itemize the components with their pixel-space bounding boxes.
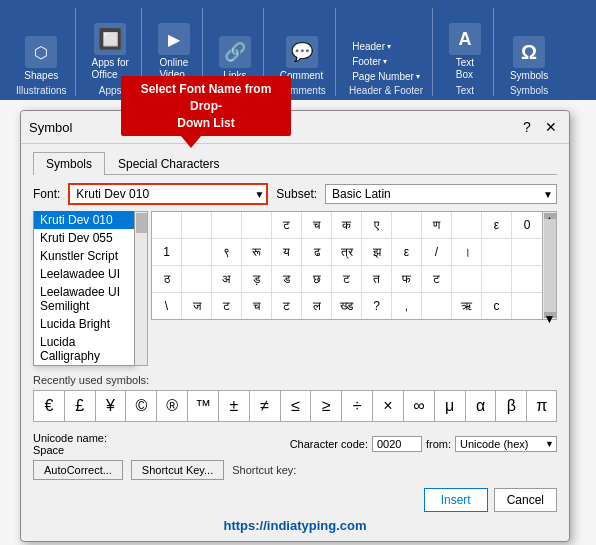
sym-cell[interactable]: ऋ [452, 293, 482, 319]
sym-cell[interactable] [452, 266, 482, 292]
sym-cell[interactable]: ज [182, 293, 212, 319]
sym-cell[interactable]: ण [422, 212, 452, 238]
sym-cell[interactable]: त [362, 266, 392, 292]
sym-cell[interactable] [212, 212, 242, 238]
sym-cell[interactable]: ट [422, 266, 452, 292]
sym-cell[interactable]: / [422, 239, 452, 265]
dropdown-item-5[interactable]: Lucida Bright [34, 315, 134, 333]
from-select[interactable]: Unicode (hex) ASCII (decimal) ASCII (hex… [455, 436, 557, 452]
dropdown-item-4[interactable]: Leelawadee UI Semilight [34, 283, 134, 315]
sym-cell[interactable]: च [302, 212, 332, 238]
dropdown-scrollbar[interactable] [135, 211, 148, 366]
tab-symbols[interactable]: Symbols [33, 152, 105, 175]
recent-cell-alpha[interactable]: α [465, 390, 496, 422]
recent-cell-pi[interactable]: π [526, 390, 557, 422]
recent-cell-euro[interactable]: € [33, 390, 64, 422]
shapes-button[interactable]: ⬡ Shapes [20, 34, 62, 83]
page-number-button[interactable]: Page Number ▾ [348, 70, 424, 83]
sym-cell[interactable]: ढ [302, 239, 332, 265]
recent-cell-mu[interactable]: μ [434, 390, 465, 422]
dropdown-item-6[interactable]: Lucida Calligraphy [34, 333, 134, 365]
sym-cell[interactable]: ड [272, 266, 302, 292]
recent-cell-yen[interactable]: ¥ [95, 390, 126, 422]
recent-cell-divide[interactable]: ÷ [341, 390, 372, 422]
sym-cell[interactable] [182, 239, 212, 265]
sym-cell[interactable]: ड़ [242, 266, 272, 292]
sym-cell[interactable]: छ [302, 266, 332, 292]
sym-cell[interactable] [392, 212, 422, 238]
sym-cell[interactable]: ट [212, 293, 242, 319]
header-button[interactable]: Header ▾ [348, 40, 424, 53]
sym-cell[interactable] [452, 212, 482, 238]
sym-cell[interactable]: ट [272, 293, 302, 319]
sym-cell[interactable] [152, 212, 182, 238]
sym-cell[interactable]: क [332, 212, 362, 238]
sym-cell[interactable]: c [482, 293, 512, 319]
dropdown-item-1[interactable]: Kruti Dev 055 [34, 229, 134, 247]
sym-cell[interactable] [422, 293, 452, 319]
dropdown-item-2[interactable]: Kunstler Script [34, 247, 134, 265]
insert-button[interactable]: Insert [424, 488, 488, 512]
tab-special-characters[interactable]: Special Characters [105, 152, 232, 175]
sym-cell[interactable]: ? [362, 293, 392, 319]
char-code-input[interactable] [372, 436, 422, 452]
sym-cell[interactable] [182, 266, 212, 292]
symbols-button[interactable]: Ω Symbols [506, 34, 552, 83]
sym-cell[interactable]: फ [392, 266, 422, 292]
sym-cell[interactable]: रू [242, 239, 272, 265]
sym-cell[interactable] [482, 239, 512, 265]
scroll-down-btn[interactable]: ▼ [544, 312, 556, 318]
grid-scrollbar[interactable]: ▲ ▼ [543, 211, 557, 320]
text-box-button[interactable]: A TextBox [445, 21, 485, 83]
sym-cell[interactable]: ट [332, 266, 362, 292]
sym-cell[interactable]: च [242, 293, 272, 319]
dialog-close-button[interactable]: ✕ [541, 117, 561, 137]
shortcut-key-button[interactable]: Shortcut Key... [131, 460, 224, 480]
sym-cell[interactable] [512, 239, 542, 265]
recent-cell-registered[interactable]: ® [156, 390, 187, 422]
sym-cell[interactable]: त्र [332, 239, 362, 265]
website-link[interactable]: https://indiatyping.com [33, 518, 557, 533]
sym-cell[interactable]: ε [482, 212, 512, 238]
sym-cell[interactable] [512, 266, 542, 292]
sym-cell[interactable] [182, 212, 212, 238]
sym-cell[interactable]: ε [392, 239, 422, 265]
sym-cell[interactable]: ९ [212, 239, 242, 265]
sym-cell[interactable]: झ [362, 239, 392, 265]
recent-cell-lte[interactable]: ≤ [280, 390, 311, 422]
sym-cell[interactable] [482, 266, 512, 292]
sym-cell[interactable] [512, 293, 542, 319]
font-select[interactable]: Kruti Dev 010 Kruti Dev 055 Kunstler Scr… [68, 183, 268, 205]
sym-cell[interactable]: अ [212, 266, 242, 292]
subset-select[interactable]: Basic Latin [325, 184, 557, 204]
sym-cell[interactable]: ख्ड [332, 293, 362, 319]
recent-cell-gte[interactable]: ≥ [310, 390, 341, 422]
dropdown-item-3[interactable]: Leelawadee UI [34, 265, 134, 283]
recent-cell-times[interactable]: × [372, 390, 403, 422]
recent-cell-pound[interactable]: £ [64, 390, 95, 422]
autocorrect-button[interactable]: AutoCorrect... [33, 460, 123, 480]
sym-cell[interactable]: 0 [512, 212, 542, 238]
sym-cell[interactable]: ठ [152, 266, 182, 292]
apps-for-office-button[interactable]: 🔲 Apps forOffice [88, 21, 133, 83]
sym-cell[interactable] [242, 212, 272, 238]
recent-cell-notequal[interactable]: ≠ [249, 390, 280, 422]
dialog-help-button[interactable]: ? [517, 117, 537, 137]
recent-cell-beta[interactable]: β [495, 390, 526, 422]
recent-cell-copyright[interactable]: © [125, 390, 156, 422]
recent-cell-plusminus[interactable]: ± [218, 390, 249, 422]
recent-cell-infinity[interactable]: ∞ [403, 390, 434, 422]
sym-cell[interactable]: य [272, 239, 302, 265]
footer-button[interactable]: Footer ▾ [348, 55, 424, 68]
dropdown-item-0[interactable]: Kruti Dev 010 [34, 211, 134, 229]
sym-cell[interactable]: ट [272, 212, 302, 238]
sym-cell[interactable]: , [392, 293, 422, 319]
cancel-button[interactable]: Cancel [494, 488, 557, 512]
sym-cell[interactable]: \ [152, 293, 182, 319]
sym-cell[interactable]: 1 [152, 239, 182, 265]
online-video-button[interactable]: ▶ OnlineVideo [154, 21, 194, 83]
recent-cell-tm[interactable]: ™ [187, 390, 218, 422]
sym-cell[interactable]: ए [362, 212, 392, 238]
sym-cell[interactable]: । [452, 239, 482, 265]
sym-cell[interactable]: ल [302, 293, 332, 319]
